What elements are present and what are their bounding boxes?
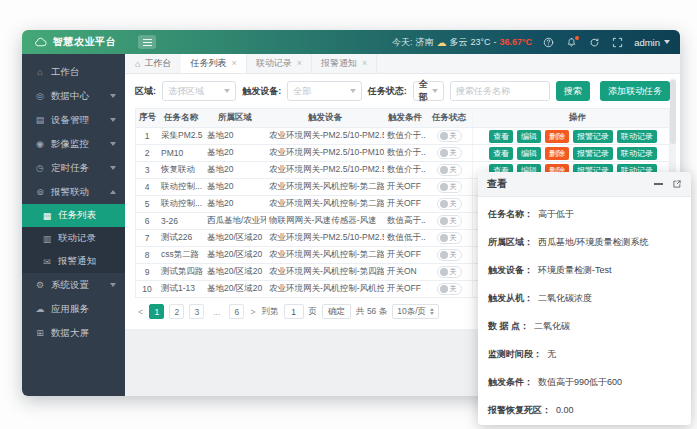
chevron-up-icon — [110, 190, 116, 194]
search-button[interactable]: 搜索 — [556, 81, 590, 101]
cell-region: 西瓜基地/农业环... — [204, 215, 266, 227]
status-select[interactable]: 全部 — [413, 81, 444, 101]
cell-status: 关 — [426, 130, 472, 142]
alarm-record-button[interactable]: 报警记录 — [573, 147, 613, 160]
sidebar-item-data-center[interactable]: ◎数据中心 — [22, 84, 125, 108]
sidebar-item-label: 影像监控 — [51, 138, 89, 151]
sidebar-item-app-services[interactable]: ☁应用服务 — [22, 297, 125, 321]
minimize-icon[interactable] — [654, 183, 663, 185]
user-menu[interactable]: admin — [634, 37, 670, 48]
notification-bell-icon[interactable] — [565, 36, 578, 49]
cell-condition: 开关OFF — [384, 181, 426, 193]
app-logo-icon — [34, 36, 47, 49]
cell-condition: 开关ON — [384, 266, 426, 278]
edit-button[interactable]: 编辑 — [517, 130, 541, 143]
edit-button[interactable]: 编辑 — [517, 147, 541, 160]
sidebar-item-workbench[interactable]: ⌂工作台 — [22, 60, 125, 84]
delete-button[interactable]: 删除 — [545, 147, 569, 160]
delete-button[interactable]: 删除 — [545, 130, 569, 143]
toggle-state-label: 关 — [450, 284, 457, 294]
device-select[interactable]: 全部 — [287, 81, 361, 101]
sidebar-item-system-settings[interactable]: ⚙系统设置 — [22, 273, 125, 297]
cloud-weather-icon: ☁ — [436, 37, 446, 48]
refresh-icon[interactable] — [588, 36, 601, 49]
status-toggle[interactable]: 关 — [437, 164, 462, 176]
add-linkage-task-button[interactable]: 添加联动任务 — [600, 81, 670, 101]
status-toggle[interactable]: 关 — [437, 198, 462, 210]
status-toggle[interactable]: 关 — [437, 283, 462, 295]
cell-condition: 开关OFF — [384, 198, 426, 210]
weather-label: 今天: — [392, 36, 413, 49]
sidebar-item-alarm-linkage[interactable]: ⊚报警联动 — [22, 180, 125, 204]
expand-icon[interactable] — [672, 179, 682, 189]
fullscreen-icon[interactable] — [611, 36, 624, 49]
tab-linkage-records[interactable]: 联动记录× — [247, 54, 312, 73]
status-toggle[interactable]: 关 — [437, 249, 462, 261]
alarm-record-button[interactable]: 报警记录 — [573, 130, 613, 143]
status-toggle[interactable]: 关 — [437, 147, 462, 159]
sidebar-item-device-management[interactable]: ▤设备管理 — [22, 108, 125, 132]
spinner-icon — [430, 308, 434, 315]
table-row[interactable]: 1采集PM2.5基地20农业环境网关-PM2.5/10-PM2.5数值介于...… — [136, 128, 669, 145]
table-header-row: 序号任务名称所属区域触发设备触发条件任务状态操作 — [136, 109, 669, 128]
page-size-select[interactable]: 10条/页 — [392, 304, 439, 319]
linkage-record-button[interactable]: 联动记录 — [617, 147, 657, 160]
tab-alarm-notification[interactable]: 报警通知× — [312, 54, 377, 73]
cell-index: 5 — [136, 199, 158, 209]
cell-condition: 数值介于... — [384, 147, 426, 159]
cell-task-name: PM10 — [158, 148, 204, 158]
field-label: 触发从机： — [488, 292, 533, 305]
view-button[interactable]: 查看 — [489, 130, 513, 143]
cell-task-name: 3-26 — [158, 216, 204, 226]
view-button[interactable]: 查看 — [489, 147, 513, 160]
data-center-icon: ◎ — [35, 91, 45, 101]
detail-field: 所属区域：西瓜基地/环境质量检测系统 — [488, 236, 681, 249]
status-toggle[interactable]: 关 — [437, 215, 462, 227]
cell-index: 10 — [136, 284, 158, 294]
sidebar-item-task-list[interactable]: ▦任务列表 — [22, 204, 125, 227]
sidebar-item-label: 定时任务 — [51, 162, 89, 175]
jump-confirm-button[interactable]: 确定 — [322, 304, 351, 319]
page-button-1[interactable]: 1 — [149, 304, 164, 319]
page-button-2[interactable]: 2 — [169, 304, 184, 319]
prev-page-button[interactable]: < — [137, 307, 144, 317]
detail-field: 任务名称：高于低于 — [488, 208, 681, 221]
help-icon[interactable] — [542, 36, 555, 49]
search-input[interactable] — [450, 81, 550, 101]
sidebar-item-linkage-records[interactable]: ▥联动记录 — [22, 227, 125, 250]
next-page-button[interactable]: > — [249, 307, 256, 317]
sidebar-item-data-screen[interactable]: ⊞数据大屏 — [22, 321, 125, 345]
linkage-record-button[interactable]: 联动记录 — [617, 130, 657, 143]
tab-workbench[interactable]: ⌂ 工作台 — [125, 54, 181, 73]
cell-device: 农业环境网关-PM2.5/10-PM2.5 — [266, 164, 384, 176]
field-value: 0.00 — [556, 405, 574, 415]
close-icon[interactable]: × — [231, 59, 236, 68]
cell-task-name: 联动控制... — [158, 181, 204, 193]
page-button-3[interactable]: 3 — [189, 304, 204, 319]
video-monitoring-icon: ◉ — [35, 139, 45, 149]
sidebar-toggle-button[interactable] — [138, 35, 156, 49]
region-select[interactable]: 选择区域 — [162, 81, 236, 101]
scrollbar-thumb[interactable] — [670, 80, 676, 144]
cell-condition: 开关OFF — [384, 283, 426, 295]
status-toggle[interactable]: 关 — [437, 130, 462, 142]
sidebar-item-video-monitoring[interactable]: ◉影像监控 — [22, 132, 125, 156]
cell-index: 8 — [136, 250, 158, 260]
page-jump-input[interactable] — [284, 304, 304, 319]
cell-region: 基地20 — [204, 130, 266, 142]
sidebar-item-alarm-notification[interactable]: ✉报警通知 — [22, 250, 125, 273]
sidebar-item-scheduled-tasks[interactable]: ◷定时任务 — [22, 156, 125, 180]
tab-task-list[interactable]: 任务列表× — [181, 54, 246, 73]
table-row[interactable]: 2PM10基地20农业环境网关-PM2.5/10-PM10-数值介于...关查看… — [136, 145, 669, 162]
cell-region: 基地20 — [204, 198, 266, 210]
status-toggle[interactable]: 关 — [437, 266, 462, 278]
device-select-value: 全部 — [293, 85, 311, 98]
page-button-6[interactable]: 6 — [229, 304, 244, 319]
app-services-icon: ☁ — [35, 304, 45, 314]
close-icon[interactable]: × — [362, 59, 367, 68]
region-select-placeholder: 选择区域 — [168, 85, 204, 98]
close-icon[interactable]: × — [297, 59, 302, 68]
status-toggle[interactable]: 关 — [437, 181, 462, 193]
toggle-knob — [440, 166, 448, 174]
status-toggle[interactable]: 关 — [437, 232, 462, 244]
